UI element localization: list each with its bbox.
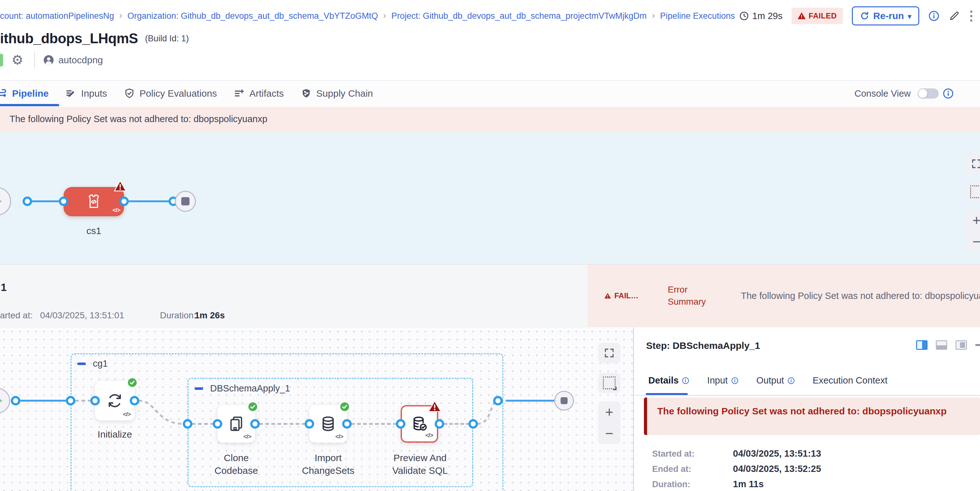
canvas-controls: + −	[966, 154, 980, 252]
step-node-clone-codebase[interactable]: </>	[218, 405, 255, 443]
panel-layout-controls	[916, 340, 980, 350]
step-panel-tabs: Details Input Output Execution Context	[648, 375, 888, 386]
stage-summary-bar: 1 arted at: 04/03/2025, 13:51:01 Duratio…	[0, 264, 980, 327]
tab-supply-chain-label: Supply Chain	[317, 88, 373, 99]
step-node-preview-validate-sql[interactable]: </>	[401, 405, 438, 443]
tab-output-label: Output	[756, 375, 784, 386]
end-node[interactable]	[554, 391, 574, 410]
tab-pipeline[interactable]: Pipeline	[0, 88, 49, 99]
zoom-out-button[interactable]: −	[605, 426, 613, 442]
started-at-value: 04/03/2025, 13:51:13	[733, 448, 821, 459]
elapsed-time: 1m 29s	[739, 11, 783, 21]
fail-badge: FAIL…	[604, 291, 638, 300]
breadcrumb-account[interactable]: count: automationPipelinesNg	[0, 11, 114, 21]
fail-badge-text: FAIL…	[614, 291, 638, 300]
breadcrumb-project[interactable]: Project: Github_db_devops_aut_db_schema_…	[391, 11, 647, 21]
breadcrumb-organization[interactable]: Organization: Github_db_devops_aut_db_sc…	[127, 11, 378, 21]
gear-icon[interactable]: ⚙	[11, 53, 24, 67]
zoom-in-button[interactable]: +	[605, 404, 613, 420]
minimize-panel-icon[interactable]	[975, 344, 980, 346]
duration-label: Duration:	[160, 310, 196, 321]
fullscreen-button[interactable]	[966, 154, 980, 174]
code-glyph: </>	[336, 433, 343, 440]
clock-icon	[739, 11, 749, 21]
info-icon[interactable]	[928, 10, 940, 22]
layout-bottom-icon[interactable]	[936, 340, 947, 350]
tab-supply-chain[interactable]: Supply Chain	[301, 88, 373, 99]
rerun-label: Re-run	[873, 11, 904, 21]
info-icon[interactable]	[942, 88, 954, 99]
initialize-icon	[105, 391, 125, 410]
refresh-icon	[860, 11, 869, 21]
stage-error-summary: FAIL… Error Summary The following Policy…	[588, 265, 980, 327]
elapsed-value: 1m 29s	[752, 11, 783, 21]
database-icon	[318, 414, 338, 434]
zoom-out-button[interactable]: −	[972, 234, 980, 249]
stage-label[interactable]: cs1	[68, 224, 119, 237]
step-label-import-changesets[interactable]: Import ChangeSets	[293, 451, 363, 477]
start-node[interactable]	[0, 187, 11, 216]
meta-row: ⚙ autocdpng	[0, 50, 103, 70]
top-bar: count: automationPipelinesNg › Organizat…	[0, 0, 980, 32]
failed-badge-icon	[428, 400, 441, 412]
info-icon	[787, 377, 795, 385]
console-view-toggle[interactable]	[918, 88, 939, 99]
tab-policy-evaluations[interactable]: Policy Evaluations	[124, 88, 217, 99]
pipeline-icon	[0, 88, 8, 99]
collapse-icon[interactable]	[77, 362, 86, 365]
code-glyph: </>	[123, 411, 131, 418]
policy-violation-banner: The following Policy Set was not adhered…	[0, 107, 980, 131]
list-plus-icon	[233, 88, 245, 99]
edit-pencil-icon[interactable]	[948, 10, 960, 22]
stage-node-cs1[interactable]: </>	[64, 187, 124, 216]
tab-execution-context[interactable]: Execution Context	[813, 375, 888, 386]
tab-input[interactable]: Input	[707, 375, 739, 386]
stepgroup-cg1-label[interactable]: cg1	[93, 358, 108, 369]
custom-stage-icon	[85, 193, 103, 211]
step-node-import-changesets[interactable]: </>	[309, 405, 347, 443]
stop-icon	[561, 397, 568, 404]
selection-mode-button[interactable]	[966, 181, 980, 202]
success-badge-icon	[247, 401, 258, 412]
collapse-icon[interactable]	[195, 387, 203, 390]
stepgroup-dbschemaapply-label[interactable]: DBSchemaApply_1	[210, 383, 290, 394]
step-panel-title: Step: DBSchemaApply_1	[646, 340, 760, 351]
stage-name: 1	[1, 281, 7, 294]
layout-floating-icon[interactable]	[956, 340, 967, 350]
zoom-controls: + −	[966, 210, 980, 252]
step-label-clone-codebase[interactable]: Clone Codebase	[208, 451, 265, 477]
tab-inputs[interactable]: Inputs	[65, 88, 107, 99]
tab-details[interactable]: Details	[648, 375, 689, 386]
zoom-in-button[interactable]: +	[972, 213, 980, 228]
title-row: ithub_dbops_LHqmS (Build Id: 1)	[0, 28, 189, 49]
fullscreen-button[interactable]	[598, 343, 620, 363]
stage-graph-canvas[interactable]: </> cs1 + −	[0, 131, 980, 264]
end-node[interactable]	[175, 191, 196, 212]
stage-timing: arted at: 04/03/2025, 13:51:01 Duration:…	[0, 310, 124, 321]
step-node-initialize[interactable]: </>	[95, 381, 135, 420]
error-summary-label: Error Summary	[668, 284, 722, 308]
layout-right-icon[interactable]	[916, 340, 928, 350]
step-label-preview-validate-sql[interactable]: Preview And Validate SQL	[388, 451, 452, 477]
tab-bar: Pipeline Inputs Policy Evaluations Artif…	[0, 80, 980, 108]
step-graph-canvas[interactable]: cg1 DBSchemaApply_1	[0, 327, 634, 491]
breadcrumb-pipeline-executions[interactable]: Pipeline Executions	[660, 11, 735, 21]
tab-policy-label: Policy Evaluations	[140, 88, 217, 99]
more-options-icon[interactable]	[969, 9, 974, 23]
active-tab-underline	[0, 104, 59, 106]
clone-codebase-icon	[227, 414, 246, 434]
tab-artifacts[interactable]: Artifacts	[233, 88, 284, 99]
policy-banner-text: The following Policy Set was not adhered…	[10, 114, 267, 124]
pipeline-execution-screen: count: automationPipelinesNg › Organizat…	[0, 0, 980, 491]
step-label-initialize[interactable]: Initialize	[92, 428, 137, 441]
selection-mode-button[interactable]	[598, 373, 620, 393]
breadcrumb-separator: ›	[383, 10, 387, 21]
rerun-button[interactable]: Re-run ▾	[852, 6, 919, 25]
code-glyph: </>	[425, 432, 433, 439]
code-glyph: </>	[113, 207, 120, 214]
divider	[635, 395, 980, 396]
status-text: FAILED	[808, 11, 837, 21]
shield-network-icon	[301, 88, 312, 99]
tab-output[interactable]: Output	[756, 375, 795, 386]
tab-pipeline-label: Pipeline	[12, 88, 49, 99]
